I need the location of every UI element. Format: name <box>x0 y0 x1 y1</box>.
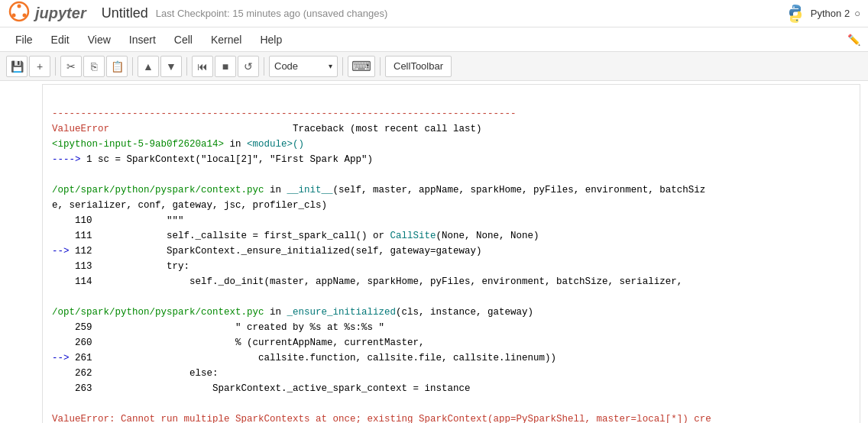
init-func: __init__ <box>287 185 333 195</box>
separator-line: ----------------------------------------… <box>52 108 517 119</box>
checkpoint-info: Last Checkpoint: 15 minutes ago (unsaved… <box>156 8 388 19</box>
topbar: jupyter Untitled Last Checkpoint: 15 min… <box>0 0 868 27</box>
svg-point-5 <box>796 19 798 21</box>
add-cell-button[interactable]: + <box>29 56 50 77</box>
restart-button[interactable]: ↺ <box>238 56 259 77</box>
toolbar: 💾 + ✂ ⎘ 📋 ▲ ▼ ⏮ ■ ↺ Code ▾ ⌨ CellToolbar <box>0 52 868 81</box>
menubar: File Edit View Insert Cell Kernel Help ✏… <box>0 27 868 52</box>
menu-view[interactable]: View <box>80 32 118 47</box>
traceback-label: Traceback (most recent call last) <box>293 124 482 134</box>
menu-cell[interactable]: Cell <box>167 32 200 47</box>
in-text-3: in <box>264 307 287 318</box>
context-file: /opt/spark/python/pyspark/context.pyc <box>52 185 264 195</box>
line-114: 114 self._do_init(master, appName, spark… <box>52 276 682 287</box>
arrow-112: --> <box>52 246 70 257</box>
toolbar-separator-3 <box>186 57 187 76</box>
skip-start-button[interactable]: ⏮ <box>192 56 213 77</box>
context-file-2: /opt/spark/python/pyspark/context.pyc <box>52 307 264 318</box>
paste-button[interactable]: 📋 <box>106 56 128 77</box>
svg-point-3 <box>12 13 16 17</box>
toolbar-separator-6 <box>380 57 381 76</box>
line-260: 260 % (currentAppName, currentMaster, <box>52 337 425 348</box>
stop-button[interactable]: ■ <box>215 56 236 77</box>
save-button[interactable]: 💾 <box>6 56 28 77</box>
cell-type-label: Code <box>274 60 298 72</box>
line-262: 262 else: <box>52 368 219 379</box>
python-badge: Python 2 ○ <box>785 3 860 24</box>
arrow-261: --> <box>52 353 70 363</box>
menu-insert[interactable]: Insert <box>121 32 164 47</box>
input-location: <ipython-input-5-9ab0f2620a14> <box>52 139 224 150</box>
toolbar-separator-4 <box>264 57 264 76</box>
ensure-init-func: _ensure_initialized <box>287 307 397 318</box>
svg-point-2 <box>23 13 27 17</box>
menu-file[interactable]: File <box>8 32 40 47</box>
keyboard-button[interactable]: ⌨ <box>348 56 375 77</box>
error-output-cell: ----------------------------------------… <box>0 81 868 423</box>
celltoolbar-button[interactable]: CellToolbar <box>385 56 452 77</box>
move-down-button[interactable]: ▼ <box>160 56 182 77</box>
callsite-func: CallSite <box>390 231 436 241</box>
edit-pencil-icon[interactable]: ✏️ <box>847 34 860 46</box>
menu-kernel[interactable]: Kernel <box>203 32 249 47</box>
cell-type-arrow-icon: ▾ <box>329 62 332 70</box>
line-111: 111 self._callsite = first_spark_call() … <box>52 231 390 241</box>
line-110: 110 """ <box>52 215 184 226</box>
svg-point-1 <box>18 4 21 8</box>
python-version: Python 2 <box>811 8 850 19</box>
toolbar-separator-1 <box>55 57 56 76</box>
module-text: <module>() <box>247 139 304 150</box>
menu-help[interactable]: Help <box>252 32 290 47</box>
line-261: 261 callsite.function, callsite.file, ca… <box>70 353 557 363</box>
kernel-status-circle: ○ <box>854 8 860 19</box>
line-259: 259 " created by %s at %s:%s " <box>52 322 384 333</box>
copy-button[interactable]: ⎘ <box>83 56 105 77</box>
logo-icon <box>8 0 31 27</box>
line-112: 112 SparkContext._ensure_initialized(sel… <box>70 246 482 257</box>
python-logo-icon <box>785 3 806 24</box>
arrow-line: ----> <box>52 154 81 165</box>
final-error-msg: ValueError: Cannot run multiple SparkCon… <box>52 414 711 423</box>
logo-text: jupyter <box>35 5 86 22</box>
notebook: ----------------------------------------… <box>0 81 868 423</box>
move-up-button[interactable]: ▲ <box>138 56 159 77</box>
ensure-args: (cls, instance, gateway) <box>396 307 533 318</box>
logo: jupyter <box>8 0 86 27</box>
menu-edit[interactable]: Edit <box>44 32 77 47</box>
callsite-args: (None, None, None) <box>436 231 539 241</box>
cut-button[interactable]: ✂ <box>60 56 82 77</box>
traceback-container: ----------------------------------------… <box>42 84 860 423</box>
in-text: in <box>224 139 247 150</box>
error-title: ValueError <box>52 124 109 134</box>
cell-type-select[interactable]: Code ▾ <box>269 56 338 77</box>
toolbar-separator-5 <box>342 57 343 76</box>
in-text-2: in <box>264 185 287 195</box>
toolbar-separator-2 <box>132 57 133 76</box>
notebook-title[interactable]: Untitled <box>102 5 148 21</box>
line-1-code: 1 sc = SparkContext("local[2]", "First S… <box>81 154 374 165</box>
line-263: 263 SparkContext._active_spark_context =… <box>52 383 471 394</box>
svg-point-4 <box>793 6 795 8</box>
line-113: 113 try: <box>52 261 189 272</box>
